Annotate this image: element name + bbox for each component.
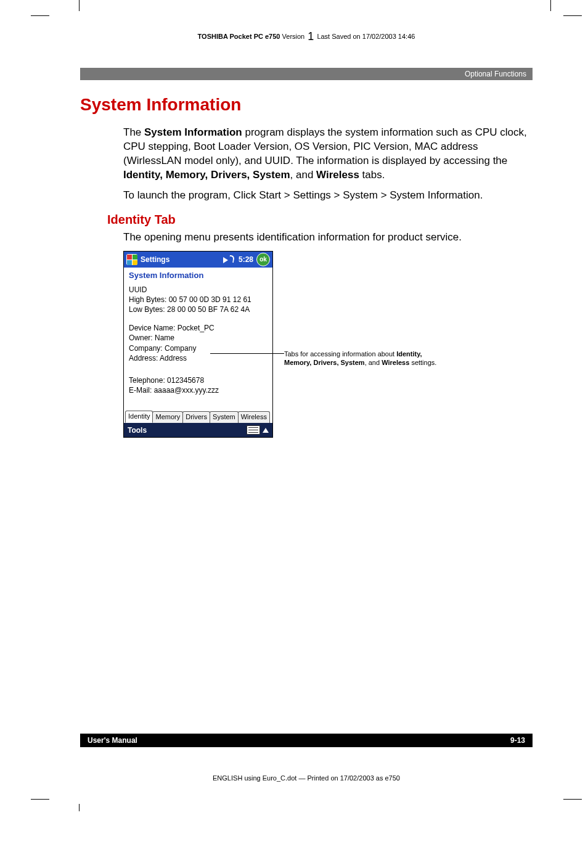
up-arrow-icon[interactable] (263, 428, 269, 433)
ppc-footer: Tools (124, 423, 272, 437)
ppc-title-bar: Settings 5:28 ok (124, 252, 272, 268)
last-saved: Last Saved on 17/02/2003 14:46 (317, 33, 415, 40)
company: Company: Company (129, 343, 267, 353)
pocketpc-screenshot: Settings 5:28 ok System Information UUID… (123, 251, 273, 438)
ppc-title-text: Settings (141, 255, 223, 264)
callout-leader-line (210, 353, 284, 354)
tab-system[interactable]: System (210, 411, 239, 423)
footer-right: 9-13 (510, 736, 525, 745)
footer-left: User's Manual (88, 736, 137, 745)
page-footer-bar: User's Manual 9-13 (80, 734, 533, 747)
version-number: 1 (306, 30, 315, 43)
paragraph-2: To launch the program, Click Start > Set… (123, 189, 533, 203)
section-bar: Optional Functions (80, 68, 533, 80)
uuid-label: UUID (129, 285, 267, 295)
owner-block: Device Name: Pocket_PC Owner: Name Compa… (129, 323, 267, 363)
uuid-high: High Bytes: 00 57 00 0D 3D 91 12 61 (129, 295, 267, 305)
paragraph-3: The opening menu presents identification… (123, 231, 533, 245)
tab-wireless[interactable]: Wireless (238, 411, 270, 423)
device-name: Device Name: Pocket_PC (129, 323, 267, 333)
contact-block: Telephone: 012345678 E-Mail: aaaaa@xxx.y… (129, 375, 267, 395)
start-flag-icon[interactable] (126, 254, 137, 265)
ppc-clock: 5:28 (239, 255, 253, 264)
product-name: TOSHIBA Pocket PC e750 (198, 33, 280, 40)
subsection-title: Identity Tab (107, 213, 533, 227)
ppc-tabs: Identity Memory Drivers System Wireless (124, 409, 272, 423)
tab-identity[interactable]: Identity (125, 411, 153, 423)
print-footer: ENGLISH using Euro_C.dot — Printed on 17… (80, 774, 533, 782)
paragraph-1: The System Information program displays … (123, 126, 533, 182)
uuid-block: UUID High Bytes: 00 57 00 0D 3D 91 12 61… (129, 285, 267, 315)
figure-row: Settings 5:28 ok System Information UUID… (123, 251, 533, 438)
callout-text: Tabs for accessing information about Ide… (284, 350, 438, 367)
section-bar-text: Optional Functions (465, 70, 526, 78)
version-label: Version (282, 33, 305, 40)
signal-icon[interactable] (223, 255, 234, 264)
ppc-subtitle: System Information (124, 268, 272, 285)
running-header: TOSHIBA Pocket PC e750 Version 1 Last Sa… (80, 28, 533, 51)
tab-drivers[interactable]: Drivers (182, 411, 210, 423)
tab-memory[interactable]: Memory (152, 411, 183, 423)
ok-button[interactable]: ok (256, 253, 270, 266)
owner: Owner: Name (129, 333, 267, 343)
tools-menu[interactable]: Tools (128, 426, 147, 435)
body-text: The System Information program displays … (123, 126, 533, 203)
ppc-body: UUID High Bytes: 00 57 00 0D 3D 91 12 61… (124, 285, 272, 409)
ok-button-label: ok (259, 256, 267, 263)
telephone: Telephone: 012345678 (129, 375, 267, 385)
body-text-2: The opening menu presents identification… (123, 231, 533, 245)
uuid-low: Low Bytes: 28 00 00 50 BF 7A 62 4A (129, 305, 267, 314)
address: Address: Address (129, 353, 267, 363)
keyboard-icon[interactable] (247, 425, 260, 435)
email: E-Mail: aaaaa@xxx.yyy.zzz (129, 385, 267, 395)
page-title: System Information (80, 95, 533, 115)
